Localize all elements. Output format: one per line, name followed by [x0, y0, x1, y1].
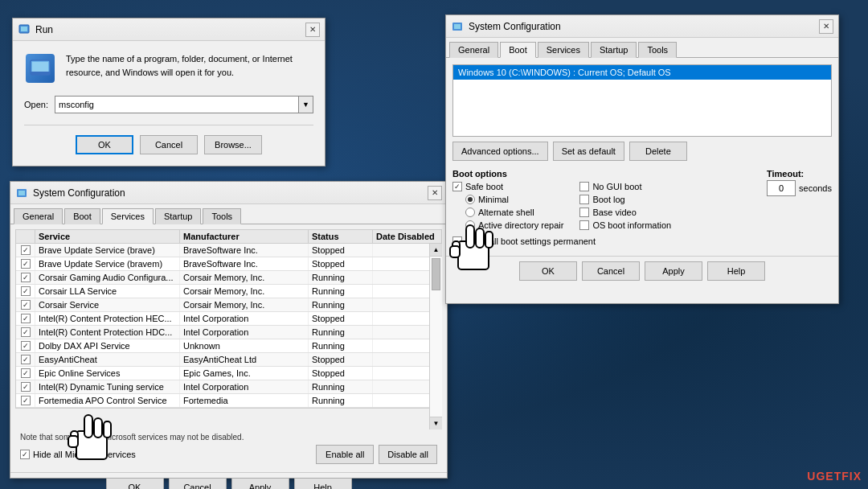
- services-bottom-row: ✓ Hide all Microsoft services Enable all…: [20, 445, 437, 464]
- service-manufacturer-cell: Fortemedia: [180, 394, 309, 407]
- syscfg-boot-close-button[interactable]: ✕: [819, 19, 833, 34]
- safe-boot-label: Safe boot: [465, 182, 503, 191]
- boot-item-selected[interactable]: Windows 10 (C:\WINDOWS) : Current OS; De…: [453, 65, 831, 80]
- syscfg-services-close-button[interactable]: ✕: [428, 186, 442, 200]
- os-boot-info-label: OS boot information: [592, 220, 671, 230]
- run-title-text: Run: [35, 24, 305, 35]
- run-close-button[interactable]: ✕: [305, 23, 320, 37]
- tab-tools[interactable]: Tools: [203, 208, 241, 224]
- service-checkbox[interactable]: ✓: [21, 300, 31, 310]
- service-checkbox-cell: ✓: [16, 394, 35, 407]
- service-checkbox[interactable]: ✓: [21, 341, 31, 351]
- boot-tab-startup[interactable]: Startup: [591, 42, 637, 58]
- boot-tab-tools[interactable]: Tools: [638, 42, 677, 58]
- run-input[interactable]: [55, 96, 299, 113]
- boot-tab-services[interactable]: Services: [538, 42, 589, 58]
- svg-rect-6: [18, 191, 25, 195]
- alternate-shell-label: Alternate shell: [478, 208, 534, 217]
- base-video-checkbox[interactable]: [579, 208, 589, 217]
- run-browse-button[interactable]: Browse...: [204, 135, 262, 154]
- os-boot-info-checkbox[interactable]: [579, 220, 589, 230]
- service-checkbox[interactable]: ✓: [21, 273, 31, 282]
- run-ok-button[interactable]: OK: [76, 135, 133, 154]
- service-checkbox[interactable]: ✓: [21, 368, 31, 378]
- enable-all-button[interactable]: Enable all: [316, 445, 374, 464]
- run-title-icon: [18, 23, 31, 36]
- boot-actions: Advanced options... Set as default Delet…: [452, 142, 832, 161]
- boot-options-main: Boot options ✓ Safe boot Minimal: [452, 169, 759, 249]
- service-checkbox[interactable]: ✓: [21, 259, 31, 269]
- service-checkbox-cell: ✓: [16, 271, 35, 284]
- service-status-cell: Running: [309, 298, 373, 311]
- syscfg-boot-cancel-button[interactable]: Cancel: [582, 261, 640, 281]
- run-description: Type the name of a program, folder, docu…: [66, 52, 313, 79]
- service-checkbox[interactable]: ✓: [21, 382, 31, 392]
- service-checkbox[interactable]: ✓: [21, 396, 31, 405]
- syscfg-services-ok-button[interactable]: OK: [106, 478, 164, 489]
- boot-delete-button[interactable]: Delete: [629, 142, 687, 161]
- boot-log-label: Boot log: [592, 195, 624, 204]
- service-checkbox-cell: ✓: [16, 298, 35, 311]
- disable-all-button[interactable]: Disable all: [379, 445, 437, 464]
- service-checkbox[interactable]: ✓: [21, 327, 31, 337]
- safe-boot-checkbox[interactable]: ✓: [452, 182, 462, 191]
- syscfg-services-help-button[interactable]: Help: [294, 478, 352, 489]
- make-permanent-checkbox[interactable]: [452, 236, 462, 246]
- syscfg-boot-dialog: System Configuration ✕ General Boot Serv…: [445, 14, 839, 304]
- svg-rect-8: [454, 24, 461, 29]
- service-checkbox[interactable]: ✓: [21, 286, 31, 296]
- minimal-row: Minimal: [465, 195, 563, 204]
- boot-set-default-button[interactable]: Set as default: [553, 142, 624, 161]
- syscfg-boot-title-buttons: ✕: [819, 19, 833, 34]
- table-row: ✓ EasyAntiCheat EasyAntiCheat Ltd Stoppe…: [16, 353, 441, 367]
- service-checkbox-cell: ✓: [16, 339, 35, 352]
- service-status-cell: Running: [309, 394, 373, 407]
- run-title-bar: Run ✕: [13, 18, 325, 41]
- ad-repair-radio[interactable]: [465, 220, 475, 230]
- tab-startup[interactable]: Startup: [155, 208, 201, 224]
- no-gui-boot-checkbox[interactable]: [579, 182, 589, 191]
- minimal-label: Minimal: [478, 195, 509, 204]
- service-checkbox-cell: ✓: [16, 285, 35, 298]
- service-checkbox[interactable]: ✓: [21, 314, 31, 323]
- syscfg-services-apply-button[interactable]: Apply: [231, 478, 289, 489]
- watermark-fix: FIX: [841, 470, 862, 483]
- minimal-radio[interactable]: [465, 195, 475, 204]
- syscfg-boot-ok-button[interactable]: OK: [519, 261, 577, 281]
- service-name-cell: Corsair LLA Service: [35, 285, 180, 298]
- table-row: ✓ Brave Update Service (brave) BraveSoft…: [16, 244, 441, 257]
- service-checkbox-cell: ✓: [16, 353, 35, 366]
- boot-log-checkbox[interactable]: [579, 195, 589, 204]
- tab-general[interactable]: General: [14, 208, 63, 224]
- boot-tab-general[interactable]: General: [449, 42, 498, 58]
- run-cancel-button[interactable]: Cancel: [140, 135, 198, 154]
- boot-tab-boot[interactable]: Boot: [500, 42, 536, 58]
- service-checkbox-cell: ✓: [16, 367, 35, 380]
- col-date: Date Disabled: [373, 230, 453, 243]
- ad-repair-label: Active directory repair: [478, 220, 563, 230]
- tab-services[interactable]: Services: [102, 208, 154, 224]
- syscfg-boot-apply-button[interactable]: Apply: [645, 261, 702, 281]
- scroll-thumb[interactable]: [432, 258, 440, 290]
- watermark-get: GET: [816, 470, 841, 483]
- syscfg-boot-help-button[interactable]: Help: [707, 261, 765, 281]
- service-manufacturer-cell: Unknown: [180, 339, 309, 352]
- timeout-unit: seconds: [799, 183, 832, 193]
- service-name-cell: Brave Update Service (brave): [35, 244, 180, 257]
- service-checkbox[interactable]: ✓: [21, 355, 31, 364]
- boot-advanced-button[interactable]: Advanced options...: [452, 142, 548, 161]
- service-manufacturer-cell: Intel Corporation: [180, 380, 309, 393]
- timeout-input[interactable]: [767, 180, 796, 196]
- scroll-down[interactable]: ▼: [430, 417, 442, 429]
- syscfg-services-cancel-button[interactable]: Cancel: [169, 478, 227, 489]
- scroll-up[interactable]: ▲: [430, 244, 442, 257]
- col-status: Status: [309, 230, 373, 243]
- service-checkbox[interactable]: ✓: [21, 245, 31, 255]
- run-dropdown-button[interactable]: ▼: [299, 96, 313, 113]
- hide-ms-checkbox[interactable]: ✓: [20, 450, 30, 459]
- tab-boot[interactable]: Boot: [64, 208, 100, 224]
- alternate-shell-radio[interactable]: [465, 208, 475, 217]
- scrollbar[interactable]: ▲ ▼: [429, 244, 442, 429]
- service-status-cell: Stopped: [309, 244, 373, 257]
- table-row: ✓ Brave Update Service (bravem) BraveSof…: [16, 257, 441, 271]
